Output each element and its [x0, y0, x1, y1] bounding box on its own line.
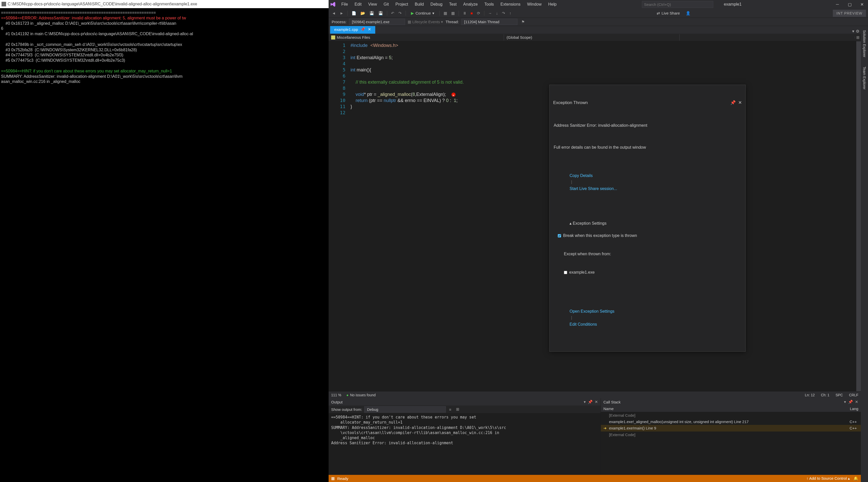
- open-exception-settings-link[interactable]: Open Exception Settings: [569, 309, 614, 313]
- pause-icon[interactable]: ⏸: [461, 10, 468, 16]
- tab-dropdown-icon[interactable]: ▾: [852, 29, 854, 34]
- flag-icon[interactable]: ⚑: [520, 19, 526, 25]
- thread-label: Thread:: [445, 20, 459, 24]
- menu-edit[interactable]: Edit: [351, 0, 365, 8]
- process-select[interactable]: [50984] example1.exe: [349, 19, 405, 25]
- break-checkbox[interactable]: [558, 234, 561, 237]
- panel-dropdown-icon[interactable]: ▾: [584, 400, 586, 404]
- close-button[interactable]: ✕: [856, 0, 868, 9]
- feedback-icon[interactable]: 👤: [684, 10, 692, 16]
- nav-fwd-icon[interactable]: ►: [339, 10, 345, 16]
- tab-example1[interactable]: example1.cpp 📌 ✕: [330, 26, 375, 34]
- col-name[interactable]: Name: [603, 406, 614, 411]
- menu-analyze[interactable]: Analyze: [460, 0, 481, 8]
- step-into-icon[interactable]: ↓: [495, 10, 499, 16]
- panel-dropdown-icon[interactable]: ▾: [844, 400, 846, 404]
- lifecycle-events[interactable]: ▦ Lifecycle Events ▾: [408, 20, 443, 24]
- live-share[interactable]: ⇄ Live Share: [654, 11, 683, 16]
- stop-icon[interactable]: ■: [469, 10, 474, 16]
- menu-view[interactable]: View: [365, 0, 380, 8]
- menu-debug[interactable]: Debug: [428, 0, 445, 8]
- menu-project[interactable]: Project: [392, 0, 411, 8]
- indent-indicator[interactable]: SPC: [836, 393, 843, 397]
- output-text[interactable]: ==50984==HINT: if you don't care about t…: [329, 413, 600, 475]
- status-icon: ▦: [331, 476, 335, 481]
- error-glyph-icon[interactable]: [452, 93, 456, 97]
- document-tabs: example1.cpp 📌 ✕ ▾ ⚙: [329, 26, 861, 34]
- minimize-button[interactable]: ─: [831, 0, 843, 9]
- vs-logo-icon[interactable]: [329, 0, 337, 9]
- navigation-bar: Miscellaneous Files (Global Scope) ⊞: [329, 34, 861, 41]
- exception-hint: Full error details can be found in the o…: [550, 143, 745, 152]
- nav-member[interactable]: [680, 36, 855, 38]
- menu-help[interactable]: Help: [545, 0, 560, 8]
- console-title-text: C:\MSDN\cpp-docs-pr\docs\c-language\ASAN…: [8, 2, 197, 6]
- close-tab-icon[interactable]: ✕: [368, 27, 371, 32]
- output-source-select[interactable]: Debug: [364, 406, 446, 413]
- menu-extensions[interactable]: Extensions: [497, 0, 523, 8]
- thread-select[interactable]: [11204] Main Thread: [461, 19, 518, 25]
- zoom-level[interactable]: 111 %: [331, 393, 341, 397]
- solution-explorer-tab[interactable]: Solution Explorer: [861, 28, 867, 60]
- line-numbers: 123456789101112: [338, 41, 348, 391]
- nav-scope[interactable]: (Global Scope): [504, 34, 679, 40]
- notifications-icon[interactable]: 🔔: [854, 476, 858, 481]
- continue-button[interactable]: ▶ Continue ▾: [408, 10, 437, 16]
- clear-output-icon[interactable]: ≡: [448, 406, 453, 412]
- new-file-icon[interactable]: 📄: [350, 10, 358, 16]
- menu-file[interactable]: File: [338, 0, 351, 8]
- menu-window[interactable]: Window: [524, 0, 545, 8]
- open-icon[interactable]: 📂: [359, 10, 367, 16]
- menu-test[interactable]: Test: [446, 0, 460, 8]
- copy-details-link[interactable]: Copy Details: [569, 173, 593, 178]
- line-indicator[interactable]: Ln: 12: [805, 393, 815, 397]
- split-icon[interactable]: ⊞: [855, 34, 861, 40]
- redo-icon[interactable]: ↷: [397, 10, 403, 16]
- save-icon[interactable]: 💾: [368, 10, 375, 16]
- panel-close-icon[interactable]: ✕: [595, 400, 598, 404]
- step-over-icon[interactable]: ↷: [501, 10, 506, 16]
- editor-scrollbar[interactable]: [856, 41, 861, 391]
- debug-tools-icon[interactable]: ▦: [450, 10, 456, 16]
- except-exe-checkbox[interactable]: [564, 271, 567, 274]
- col-indicator[interactable]: Ch: 1: [821, 393, 829, 397]
- start-liveshare-link[interactable]: Start Live Share session...: [569, 186, 617, 191]
- col-lang[interactable]: Lang: [850, 406, 858, 411]
- search-input[interactable]: [642, 1, 713, 8]
- callstack-panel: Call Stack ▾ 📌 ✕ Name Lang [External Cod…: [601, 398, 861, 475]
- menu-tools[interactable]: Tools: [481, 0, 497, 8]
- code-editor[interactable]: 123456789101112 #include <Windows.h> int…: [329, 41, 861, 391]
- output-title: Output: [331, 400, 343, 404]
- toggle-wrap-icon[interactable]: ⊞: [455, 406, 461, 412]
- step-out-icon[interactable]: ↑: [508, 10, 513, 16]
- tab-settings-icon[interactable]: ⚙: [856, 29, 859, 34]
- solution-name: example1: [716, 2, 749, 7]
- console-output[interactable]: ========================================…: [0, 8, 329, 482]
- team-explorer-tab[interactable]: Team Explorer: [861, 64, 867, 92]
- show-next-icon[interactable]: →: [487, 10, 493, 16]
- restart-icon[interactable]: ⟳: [476, 10, 482, 16]
- exception-settings-header[interactable]: ▴ Exception Settings: [569, 221, 607, 225]
- undo-icon[interactable]: ↶: [390, 10, 396, 16]
- source-control-button[interactable]: ↑ Add to Source Control ▴: [806, 476, 850, 481]
- menu-git[interactable]: Git: [381, 0, 392, 8]
- panel-pin-icon[interactable]: 📌: [588, 400, 593, 404]
- panel-close-icon[interactable]: ✕: [855, 400, 858, 404]
- console-titlebar[interactable]: C:\MSDN\cpp-docs-pr\docs\c-language\ASAN…: [0, 0, 329, 8]
- quick-search: [642, 1, 713, 8]
- code-text[interactable]: #include <Windows.h> int ExternalAlign =…: [348, 41, 856, 391]
- edit-conditions-link[interactable]: Edit Conditions: [569, 322, 597, 326]
- debug-window-icon[interactable]: ▦: [442, 10, 448, 16]
- issues-text[interactable]: No issues found: [350, 393, 375, 397]
- callstack-rows[interactable]: [External Code] example1.exe!_aligned_ma…: [601, 412, 861, 475]
- save-all-icon[interactable]: 💾: [377, 10, 384, 16]
- pin-popup-icon[interactable]: 📌: [730, 100, 736, 106]
- close-popup-icon[interactable]: ✕: [738, 100, 742, 106]
- pin-icon[interactable]: 📌: [361, 27, 365, 32]
- lineending-indicator[interactable]: CRLF: [849, 393, 858, 397]
- nav-back-icon[interactable]: ◄: [331, 10, 337, 16]
- maximize-button[interactable]: ▢: [843, 0, 856, 9]
- menu-build[interactable]: Build: [412, 0, 427, 8]
- panel-pin-icon[interactable]: 📌: [848, 400, 853, 404]
- nav-project[interactable]: Miscellaneous Files: [329, 34, 504, 40]
